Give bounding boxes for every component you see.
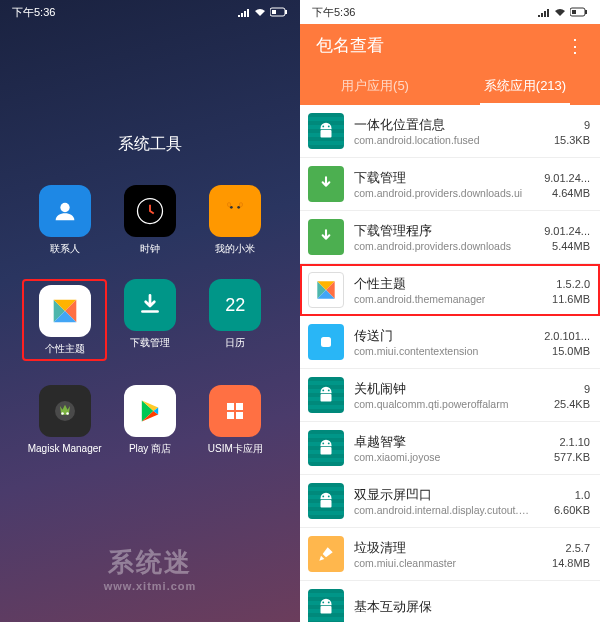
package-name: 卓越智擎 <box>354 433 406 451</box>
row-body: 下载管理9.01.24...com.android.providers.down… <box>354 169 590 199</box>
battery-icon <box>570 7 588 17</box>
package-version: 9.01.24... <box>544 172 590 184</box>
broom-icon <box>308 536 344 572</box>
row-body: 关机闹钟9com.qualcomm.qti.poweroffalarm25.4K… <box>354 380 590 410</box>
usim-icon <box>209 385 261 437</box>
package-viewer-pane: 下午5:36 包名查看 ⋮ 用户应用(5) 系统应用(213) 一体化位置信息9… <box>300 0 600 622</box>
package-name: 下载管理 <box>354 169 406 187</box>
calendar-icon: 22 <box>209 279 261 331</box>
app-play[interactable]: Play 商店 <box>107 385 192 455</box>
package-id: com.android.thememanager <box>354 293 485 305</box>
android-icon <box>308 589 344 622</box>
package-name: 双显示屏凹口 <box>354 486 432 504</box>
row-body: 一体化位置信息9com.android.location.fused15.3KB <box>354 116 590 146</box>
package-size: 4.64MB <box>552 187 590 199</box>
package-row[interactable]: 一体化位置信息9com.android.location.fused15.3KB <box>300 105 600 158</box>
status-bar: 下午5:36 <box>300 0 600 24</box>
svg-rect-2 <box>272 10 276 14</box>
svg-point-33 <box>328 602 330 604</box>
app-clock[interactable]: 时钟 <box>107 185 192 255</box>
svg-point-19 <box>322 126 324 128</box>
package-row[interactable]: 关机闹钟9com.qualcomm.qti.poweroffalarm25.4K… <box>300 369 600 422</box>
app-calendar[interactable]: 22 日历 <box>193 279 278 361</box>
tab-system-apps[interactable]: 系统应用(213) <box>450 67 600 105</box>
row-body: 下载管理程序9.01.24...com.android.providers.do… <box>354 222 590 252</box>
status-icons <box>238 7 288 17</box>
svg-point-29 <box>322 496 324 498</box>
theme-icon <box>308 272 344 308</box>
package-row[interactable]: 双显示屏凹口1.0com.android.internal.display.cu… <box>300 475 600 528</box>
watermark-text: 系统迷 <box>0 545 300 580</box>
package-id: com.miui.cleanmaster <box>354 557 456 569</box>
app-label: 时钟 <box>140 243 160 255</box>
app-label: 我的小米 <box>215 243 255 255</box>
package-row[interactable]: 基本互动屏保 <box>300 581 600 622</box>
package-version: 9.01.24... <box>544 225 590 237</box>
app-label: Play 商店 <box>129 443 171 455</box>
svg-rect-28 <box>321 447 332 454</box>
package-version: 2.5.7 <box>566 542 590 554</box>
svg-point-11 <box>66 412 69 415</box>
package-row[interactable]: 传送门2.0.101...com.miui.contentextension15… <box>300 316 600 369</box>
app-grid: 联系人 时钟 我的小米 个性主题 <box>0 185 300 455</box>
svg-point-23 <box>322 390 324 392</box>
android-icon <box>308 113 344 149</box>
clock-icon <box>124 185 176 237</box>
package-id: com.xiaomi.joyose <box>354 451 440 463</box>
wifi-icon <box>554 7 566 17</box>
app-contacts[interactable]: 联系人 <box>22 185 107 255</box>
svg-rect-34 <box>321 606 332 613</box>
svg-rect-22 <box>321 337 331 347</box>
calendar-date: 22 <box>225 295 245 316</box>
svg-rect-25 <box>321 394 332 401</box>
app-header: 包名查看 ⋮ 用户应用(5) 系统应用(213) <box>300 24 600 105</box>
svg-point-24 <box>328 390 330 392</box>
app-mi[interactable]: 我的小米 <box>193 185 278 255</box>
package-id: com.qualcomm.qti.poweroffalarm <box>354 398 508 410</box>
package-version: 1.0 <box>575 489 590 501</box>
android-icon <box>308 430 344 466</box>
tab-bar: 用户应用(5) 系统应用(213) <box>300 67 600 105</box>
row-body: 个性主题1.5.2.0com.android.thememanager11.6M… <box>354 275 590 305</box>
status-time: 下午5:36 <box>312 5 355 20</box>
svg-rect-8 <box>240 203 243 207</box>
app-theme-highlighted[interactable]: 个性主题 <box>22 279 107 361</box>
svg-rect-12 <box>227 403 234 410</box>
svg-point-20 <box>328 126 330 128</box>
svg-rect-31 <box>321 500 332 507</box>
svg-rect-21 <box>321 130 332 137</box>
play-store-icon <box>124 385 176 437</box>
overflow-menu-icon[interactable]: ⋮ <box>566 35 584 57</box>
package-size: 11.6MB <box>552 293 590 305</box>
package-row[interactable]: 个性主题1.5.2.0com.android.thememanager11.6M… <box>300 264 600 316</box>
tab-user-apps[interactable]: 用户应用(5) <box>300 67 450 105</box>
svg-rect-15 <box>236 412 243 419</box>
wifi-icon <box>254 7 266 17</box>
svg-rect-14 <box>227 412 234 419</box>
row-body: 卓越智擎2.1.10com.xiaomi.joyose577.KB <box>354 433 590 463</box>
package-row[interactable]: 下载管理9.01.24...com.android.providers.down… <box>300 158 600 211</box>
svg-point-3 <box>60 203 69 212</box>
package-row[interactable]: 垃圾清理2.5.7com.miui.cleanmaster14.8MB <box>300 528 600 581</box>
app-label: 个性主题 <box>45 343 85 355</box>
package-list[interactable]: 一体化位置信息9com.android.location.fused15.3KB… <box>300 105 600 622</box>
package-name: 下载管理程序 <box>354 222 432 240</box>
package-name: 基本互动屏保 <box>354 598 432 616</box>
folder-title: 系统工具 <box>0 134 300 155</box>
package-size: 15.0MB <box>552 345 590 357</box>
svg-point-32 <box>322 602 324 604</box>
package-row[interactable]: 下载管理程序9.01.24...com.android.providers.do… <box>300 211 600 264</box>
android-icon <box>308 483 344 519</box>
app-download[interactable]: 下载管理 <box>107 279 192 361</box>
app-usim[interactable]: USIM卡应用 <box>193 385 278 455</box>
download-icon <box>124 279 176 331</box>
app-magisk[interactable]: Magisk Manager <box>22 385 107 455</box>
app-label: 联系人 <box>50 243 80 255</box>
app-label: 下载管理 <box>130 337 170 349</box>
app-label: Magisk Manager <box>28 443 102 455</box>
package-name: 个性主题 <box>354 275 406 293</box>
package-id: com.android.internal.display.cutout.emu6 <box>354 504 534 516</box>
svg-rect-7 <box>228 203 231 207</box>
package-version: 2.0.101... <box>544 330 590 342</box>
package-row[interactable]: 卓越智擎2.1.10com.xiaomi.joyose577.KB <box>300 422 600 475</box>
